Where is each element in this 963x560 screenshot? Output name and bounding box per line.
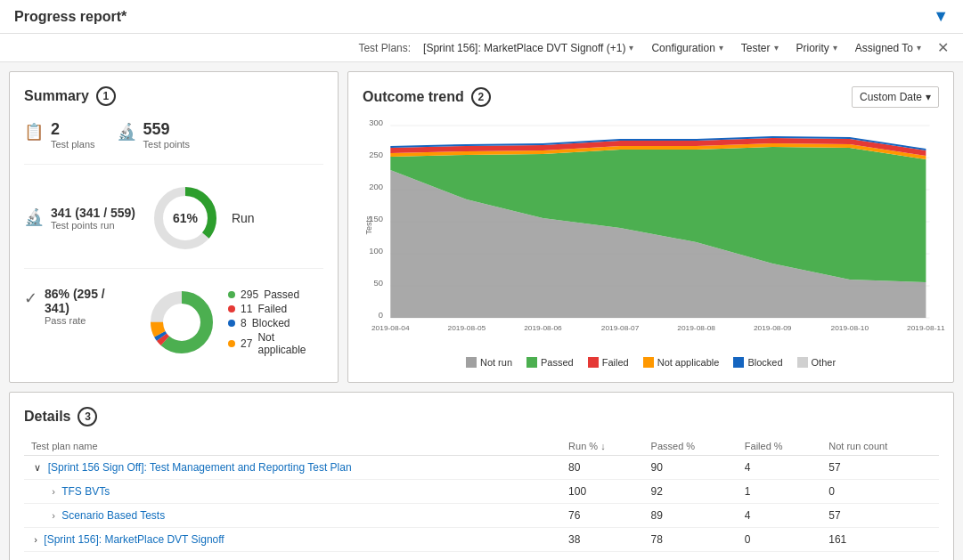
blocked-legend-item: 8 Blocked: [228, 317, 323, 329]
test-plans-count: 2: [51, 120, 95, 139]
test-points-run-count: 341 (341 / 559): [51, 206, 135, 220]
details-table: Test plan name Run % ↓ Passed % Failed %…: [24, 437, 939, 552]
cell-not-run: 161: [821, 528, 939, 552]
row-plan-name[interactable]: TFS BVTs: [61, 485, 110, 498]
summary-badge: 1: [96, 86, 116, 106]
filter-icon[interactable]: ▼: [933, 7, 949, 26]
cell-run: 80: [561, 456, 643, 480]
summary-header: Summary 1: [24, 86, 323, 106]
svg-text:300: 300: [369, 118, 383, 127]
blocked-chart-legend: Blocked: [733, 357, 782, 368]
failed-legend-item: 11 Failed: [228, 303, 323, 315]
failed-label: Failed: [257, 303, 287, 315]
table-header-row: Test plan name Run % ↓ Passed % Failed %…: [24, 437, 939, 456]
outcome-panel: Outcome trend 2 Custom Date ▾ 300 250 20…: [347, 71, 954, 383]
run-text: Run: [232, 211, 255, 225]
outcome-badge: 2: [471, 87, 491, 107]
expand-icon[interactable]: ∨: [34, 462, 41, 473]
test-points-run-stat: 🔬 341 (341 / 559) Test points run: [24, 206, 135, 231]
page-title: Progress report*: [14, 9, 126, 25]
priority-filter[interactable]: Priority ▾: [791, 40, 843, 56]
top-row: Summary 1 📋 2 Test plans 🔬 559 Test poin: [9, 71, 954, 383]
not-applicable-dot: [228, 340, 235, 347]
pass-legend: 295 Passed 11 Failed 8 Blocked: [228, 288, 323, 356]
flask-icon2: 🔬: [24, 207, 44, 227]
svg-text:2019-08-04: 2019-08-04: [371, 324, 410, 332]
failed-dot: [228, 305, 235, 312]
not-applicable-count: 27: [241, 337, 252, 350]
cell-name: › Scenario Based Tests: [24, 504, 561, 528]
pass-rate-donut: [146, 287, 217, 358]
chevron-down-icon: ▾: [629, 43, 633, 53]
svg-text:2019-08-05: 2019-08-05: [448, 324, 486, 332]
row-plan-name[interactable]: Scenario Based Tests: [61, 509, 165, 522]
main-content: Summary 1 📋 2 Test plans 🔬 559 Test poin: [0, 62, 963, 560]
document-icon: 📋: [24, 122, 44, 142]
chart-legend: Not run Passed Failed Not applicable Blo…: [363, 357, 939, 368]
test-points-label: Test points: [143, 139, 191, 150]
custom-date-button[interactable]: Custom Date ▾: [852, 86, 939, 108]
svg-text:2019-08-08: 2019-08-08: [677, 324, 715, 332]
run-row: 🔬 341 (341 / 559) Test points run: [24, 183, 323, 269]
expand-icon[interactable]: ›: [52, 486, 55, 497]
failed-swatch: [588, 357, 599, 368]
svg-text:Tests: Tests: [364, 215, 373, 234]
pass-row: ✓ 86% (295 / 341) Pass rate: [24, 287, 323, 358]
row-plan-name[interactable]: [Sprint 156 Sign Off]: Test Management a…: [48, 461, 352, 474]
assigned-to-filter[interactable]: Assigned To ▾: [850, 40, 926, 56]
other-chart-legend: Other: [797, 357, 837, 368]
cell-passed: 78: [644, 528, 738, 552]
col-run-percent[interactable]: Run % ↓: [561, 437, 643, 456]
failed-count: 11: [241, 303, 252, 315]
not-run-legend: Not run: [466, 357, 512, 368]
not-applicable-chart-legend: Not applicable: [643, 357, 720, 368]
cell-passed: 92: [644, 480, 738, 504]
svg-text:2019-08-09: 2019-08-09: [754, 324, 792, 332]
svg-text:2019-08-07: 2019-08-07: [601, 324, 640, 332]
tester-filter[interactable]: Tester ▾: [736, 40, 784, 56]
expand-icon[interactable]: ›: [52, 510, 55, 521]
cell-passed: 89: [644, 504, 738, 528]
cell-failed: 4: [738, 504, 821, 528]
other-swatch: [797, 357, 808, 368]
test-plans-filter[interactable]: [Sprint 156]: MarketPlace DVT Signoff (+…: [418, 40, 639, 56]
details-title: Details: [24, 409, 70, 425]
table-row: › Scenario Based Tests 76 89 4 57: [24, 504, 939, 528]
cell-failed: 4: [738, 456, 821, 480]
passed-swatch: [526, 357, 537, 368]
outcome-chart: 300 250 200 150 100 50 0 Tests: [363, 118, 939, 350]
cell-passed: 90: [644, 456, 738, 480]
chevron-down-icon: ▾: [719, 43, 723, 53]
svg-text:2019-08-10: 2019-08-10: [831, 324, 869, 332]
outcome-header: Outcome trend 2 Custom Date ▾: [363, 86, 939, 108]
table-row: › TFS BVTs 100 92 1 0: [24, 480, 939, 504]
chevron-down-icon: ▾: [833, 43, 837, 53]
configuration-filter[interactable]: Configuration ▾: [646, 40, 728, 56]
cell-not-run: 57: [821, 504, 939, 528]
passed-label: Passed: [264, 288, 299, 301]
row-plan-name[interactable]: [Sprint 156]: MarketPlace DVT Signoff: [44, 533, 224, 546]
flask-icon: 🔬: [117, 122, 136, 142]
svg-text:50: 50: [374, 279, 383, 288]
summary-title: Summary: [24, 88, 89, 104]
col-passed-percent: Passed %: [644, 437, 738, 456]
chevron-down-icon: ▾: [774, 43, 779, 53]
blocked-label: Blocked: [252, 317, 290, 329]
close-filters-button[interactable]: ✕: [937, 39, 949, 56]
not-run-swatch: [466, 357, 477, 368]
svg-text:250: 250: [369, 150, 383, 159]
cell-name: › [Sprint 156]: MarketPlace DVT Signoff: [24, 528, 561, 552]
cell-not-run: 0: [821, 480, 939, 504]
cell-run: 76: [561, 504, 643, 528]
expand-icon[interactable]: ›: [34, 534, 37, 545]
details-panel: Details 3 Test plan name Run % ↓ Passed …: [9, 392, 954, 560]
chevron-down-icon: ▾: [917, 43, 921, 53]
blocked-dot: [228, 320, 235, 327]
not-applicable-label: Not applicable: [257, 331, 323, 356]
passed-legend-item: 295 Passed: [228, 288, 323, 301]
col-failed-percent: Failed %: [738, 437, 821, 456]
col-test-plan-name: Test plan name: [24, 437, 561, 456]
table-row: › [Sprint 156]: MarketPlace DVT Signoff …: [24, 528, 939, 552]
test-plans-stat: 📋 2 Test plans: [24, 120, 95, 150]
blocked-count: 8: [241, 317, 247, 329]
